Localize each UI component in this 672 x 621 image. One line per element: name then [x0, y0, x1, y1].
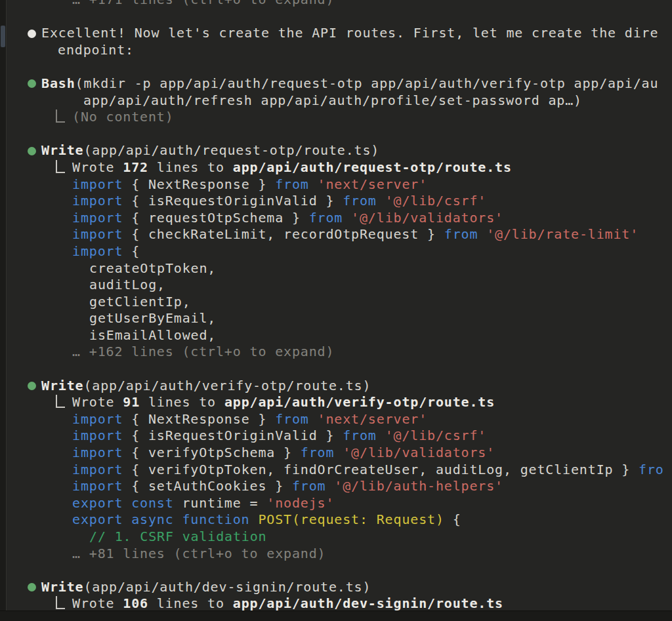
code-line: isEmailAllowed,	[0, 327, 672, 344]
assistant-message-line: endpoint:	[0, 42, 672, 59]
line-text: Write(app/api/auth/dev-signin/route.ts)	[41, 579, 371, 596]
text-segment: '@/lib/csrf'	[385, 193, 487, 209]
text-segment: (mkdir -p app/api/auth/request-otp app/a…	[75, 75, 659, 91]
line-text: … +81 lines (ctrl+o to expand)	[72, 546, 326, 563]
line-text: Wrote 91 lines to app/api/auth/verify-ot…	[72, 394, 495, 411]
scrollbar-track[interactable]	[0, 0, 7, 621]
text-segment: from	[343, 428, 377, 443]
text-segment: Excellent! Now let's create the API rout…	[41, 25, 658, 41]
text-segment: 'next/server'	[318, 411, 427, 427]
truncation-line: … +81 lines (ctrl+o to expand)	[0, 546, 672, 563]
truncation-line: … +171 lines (ctrl+o to expand)	[0, 0, 672, 9]
text-segment: 106	[123, 595, 148, 611]
text-segment: export const	[72, 495, 174, 511]
text-segment	[377, 428, 385, 443]
line-text: import {	[72, 243, 140, 260]
text-segment: Bash	[41, 75, 75, 91]
tool-result-line: Wrote 172 lines to app/api/auth/request-…	[0, 159, 672, 176]
line-text: import { verifyOtpSchema } from '@/lib/v…	[72, 445, 495, 462]
text-segment: import	[72, 176, 123, 192]
text-segment: POST(request: Request)	[258, 511, 444, 527]
text-segment: import	[72, 226, 123, 242]
text-segment: import	[72, 445, 123, 460]
text-segment: … +162 lines (ctrl+o to expand)	[72, 344, 334, 359]
code-line: import { requestOtpSchema } from '@/lib/…	[0, 210, 672, 227]
code-line: import { isRequestOriginValid } from '@/…	[0, 193, 672, 210]
text-segment: '@/lib/rate-limit'	[486, 226, 639, 242]
text-segment: import	[72, 478, 123, 494]
text-segment: '@/lib/auth-helpers'	[334, 478, 503, 494]
text-segment: … +171 lines (ctrl+o to expand)	[72, 0, 334, 7]
line-text: import { verifyOtpToken, findOrCreateUse…	[72, 462, 664, 479]
text-segment: app/api/auth/request-otp/route.ts	[233, 159, 512, 175]
text-segment: import	[72, 193, 123, 209]
text-segment: (app/api/auth/verify-otp/route.ts)	[83, 378, 371, 393]
code-line: import { NextResponse } from 'next/serve…	[0, 411, 672, 428]
text-segment: { verifyOtpToken, findOrCreateUser, audi…	[123, 462, 639, 477]
tool-result-line: Wrote 91 lines to app/api/auth/verify-ot…	[0, 394, 672, 411]
text-segment: app/api/auth/refresh app/api/auth/profil…	[83, 92, 582, 108]
text-segment: { setAuthCookies }	[123, 478, 292, 494]
text-segment: 'nodejs'	[266, 495, 334, 511]
line-text: Excellent! Now let's create the API rout…	[41, 25, 658, 42]
tool-bullet-icon	[28, 583, 36, 591]
code-line: import { NextResponse } from 'next/serve…	[0, 176, 672, 193]
line-text: Wrote 172 lines to app/api/auth/request-…	[72, 159, 512, 176]
code-line: createOtpToken,	[0, 260, 672, 277]
tool-bullet-icon	[28, 79, 36, 88]
truncation-line: … +162 lines (ctrl+o to expand)	[0, 344, 672, 361]
text-segment	[343, 210, 351, 226]
text-segment	[334, 445, 343, 460]
text-segment: { NextResponse }	[123, 176, 275, 192]
scrollbar-thumb[interactable]	[1, 26, 5, 47]
text-segment: '@/lib/validators'	[343, 445, 495, 460]
terminal-rows: … +171 lines (ctrl+o to expand)Excellent…	[0, 0, 672, 612]
line-text: Write(app/api/auth/verify-otp/route.ts)	[41, 378, 371, 395]
text-segment: {	[123, 243, 140, 259]
line-text: import { NextResponse } from 'next/serve…	[72, 176, 427, 193]
line-text: auditLog,	[89, 277, 165, 294]
assistant-message-line: Excellent! Now let's create the API rout…	[0, 25, 672, 42]
text-segment	[309, 176, 318, 192]
line-text: isEmailAllowed,	[89, 327, 216, 344]
text-segment	[326, 478, 334, 494]
tool-arg-line: app/api/auth/refresh app/api/auth/profil…	[0, 92, 672, 110]
line-text: endpoint:	[58, 42, 134, 59]
text-segment: import	[72, 243, 123, 259]
terminal-blank-line	[0, 562, 672, 579]
text-segment: Wrote	[72, 159, 123, 175]
line-text: import { requestOtpSchema } from '@/lib/…	[72, 210, 503, 227]
text-segment: import	[72, 462, 123, 477]
text-segment: 172	[123, 159, 148, 175]
line-text: import { isRequestOriginValid } from '@/…	[72, 193, 486, 210]
code-line: getClientIp,	[0, 294, 672, 311]
text-segment: from	[292, 478, 326, 494]
line-text: … +162 lines (ctrl+o to expand)	[72, 344, 334, 361]
code-line: import { verifyOtpToken, findOrCreateUse…	[0, 462, 672, 479]
tool-call-line: Write(app/api/auth/dev-signin/route.ts)	[0, 579, 672, 596]
text-segment: '@/lib/validators'	[351, 210, 503, 226]
status-bar	[0, 611, 672, 621]
line-text: // 1. CSRF validation	[89, 529, 267, 546]
text-segment: app/api/auth/verify-otp/route.ts	[224, 394, 495, 410]
text-segment: lines to	[148, 595, 233, 611]
text-segment: (app/api/auth/dev-signin/route.ts)	[83, 579, 371, 595]
code-line: export const runtime = 'nodejs'	[0, 495, 672, 512]
result-connector-icon	[56, 160, 65, 173]
terminal: … +171 lines (ctrl+o to expand)Excellent…	[0, 0, 672, 621]
text-segment: (app/api/auth/request-otp/route.ts)	[83, 142, 379, 158]
result-connector-icon	[56, 110, 65, 123]
text-segment: isEmailAllowed,	[89, 327, 216, 343]
text-segment: … +81 lines (ctrl+o to expand)	[72, 546, 326, 561]
code-line: export async function POST(request: Requ…	[0, 511, 672, 529]
tool-call-line: Bash(mkdir -p app/api/auth/request-otp a…	[0, 75, 672, 92]
line-text: Write(app/api/auth/request-otp/route.ts)	[41, 142, 379, 159]
tool-bullet-icon	[28, 147, 36, 155]
terminal-blank-line	[0, 9, 672, 26]
text-segment: from	[275, 411, 309, 427]
line-text: (No content)	[72, 109, 174, 126]
text-segment: from	[444, 226, 478, 242]
text-segment: import	[72, 411, 123, 427]
code-line: import { setAuthCookies } from '@/lib/au…	[0, 478, 672, 495]
text-segment: getClientIp,	[89, 294, 191, 310]
